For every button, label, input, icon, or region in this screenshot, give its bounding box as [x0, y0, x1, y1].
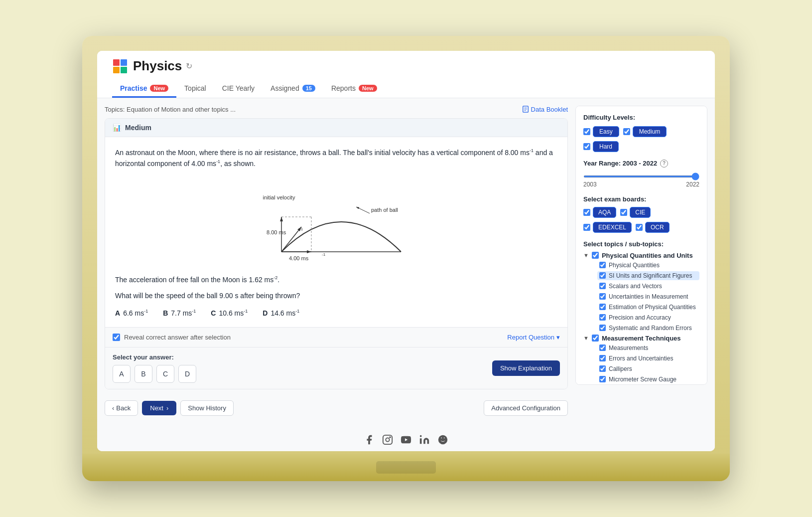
reveal-label[interactable]: Reveal correct answer after selection	[113, 334, 231, 341]
cie-checkbox[interactable]	[620, 209, 627, 216]
svg-text:-1: -1	[299, 227, 303, 231]
topic-parent-1[interactable]: ▼ Physical Quantities and Units	[583, 252, 699, 259]
booklet-icon	[522, 106, 529, 113]
cb-micrometer[interactable]	[599, 376, 606, 382]
option-c: C 10.6 ms-1	[211, 309, 248, 317]
trackpad	[376, 461, 436, 474]
board-edexcel[interactable]: EDEXCEL	[583, 222, 632, 233]
sub-text-2: What will be the speed of the ball 9.00 …	[115, 290, 557, 301]
year-range-slider[interactable]	[583, 175, 699, 177]
subtopic-physical-quantities: Physical Quantities	[599, 261, 699, 270]
question-text: An astronaut on the Moon, where there is…	[115, 147, 557, 170]
subtopic-label: SI Units and Significant Figures	[609, 272, 692, 279]
cb-physical-quantities[interactable]	[599, 262, 606, 268]
svg-rect-22	[383, 435, 392, 444]
tab-assigned[interactable]: Assigned 15	[263, 80, 323, 98]
cb-errors[interactable]	[599, 355, 606, 361]
tab-practise[interactable]: Practise New	[112, 80, 176, 98]
board-ocr[interactable]: OCR	[636, 222, 670, 233]
show-history-button[interactable]: Show History	[180, 400, 234, 416]
facebook-icon[interactable]	[364, 434, 375, 445]
difficulty-title: Difficulty Levels:	[583, 114, 699, 121]
reveal-checkbox[interactable]	[113, 334, 120, 341]
question-card: 📊 Medium An astronaut on the Moon, where…	[105, 118, 568, 389]
page-title: Physics	[133, 58, 182, 74]
cb-precision[interactable]	[599, 314, 606, 321]
subtopic-label: Micrometer Screw Gauge	[609, 376, 677, 383]
medium-checkbox[interactable]	[623, 128, 630, 135]
exam-boards-row: AQA CIE EDEXCEL	[583, 207, 699, 233]
answer-btn-a[interactable]: A	[113, 365, 131, 383]
option-a: A 6.6 ms-1	[115, 309, 148, 317]
answer-buttons-group: A B C D	[113, 365, 196, 383]
board-aqa[interactable]: AQA	[583, 207, 616, 218]
edexcel-checkbox[interactable]	[583, 224, 590, 231]
assigned-badge: 15	[302, 85, 315, 92]
cie-label: CIE	[630, 207, 651, 218]
subtopic-precision: Precision and Accuracy	[599, 313, 699, 322]
difficulty-medium[interactable]: Medium	[623, 126, 667, 137]
footer-social	[97, 428, 715, 451]
data-booklet-link[interactable]: Data Booklet	[522, 106, 568, 113]
svg-rect-3	[121, 67, 127, 73]
subtopic-errors: Errors and Uncertainties	[599, 354, 699, 363]
toggle-1[interactable]: ▼	[583, 252, 589, 258]
difficulty-easy[interactable]: Easy	[583, 126, 619, 137]
cb-callipers[interactable]	[599, 365, 606, 372]
toggle-2[interactable]: ▼	[583, 335, 589, 341]
topics-section-title: Select topics / sub-topics:	[583, 240, 699, 248]
subtopic-uncertainties: Uncertainties in Measurement	[599, 292, 699, 301]
instagram-icon[interactable]	[382, 434, 393, 445]
svg-rect-2	[113, 67, 120, 73]
svg-text:initial velocity: initial velocity	[263, 194, 295, 200]
back-button[interactable]: ‹ Back	[105, 400, 138, 416]
youtube-icon[interactable]	[401, 434, 411, 445]
cb-systematic[interactable]	[599, 325, 606, 331]
subtopic-label: Uncertainties in Measurement	[609, 293, 688, 300]
medium-label: Medium	[633, 126, 667, 137]
topic-1-checkbox[interactable]	[592, 252, 599, 259]
year-range-help[interactable]: ?	[660, 160, 668, 168]
answer-btn-c[interactable]: C	[156, 365, 174, 383]
hard-checkbox[interactable]	[583, 143, 590, 150]
subtopic-label: Systematic and Random Errors	[609, 325, 692, 332]
practise-badge: New	[150, 85, 168, 92]
ocr-label: OCR	[645, 222, 670, 233]
cb-si-units[interactable]	[599, 272, 606, 279]
difficulty-row: Easy Medium Hard	[583, 126, 699, 152]
aqa-checkbox[interactable]	[583, 209, 590, 216]
answer-options-display: A 6.6 ms-1 B 7.7 ms-1 C 10.6 ms-1	[115, 309, 557, 317]
subtopic-scalars: Scalars and Vectors	[599, 282, 699, 291]
subtopic-estimation: Estimation of Physical Quantities	[599, 303, 699, 312]
ocr-checkbox[interactable]	[636, 224, 643, 231]
option-b: B 7.7 ms-1	[163, 309, 196, 317]
subtopic-label: Errors and Uncertainties	[609, 355, 673, 362]
tab-topical[interactable]: Topical	[176, 80, 214, 98]
tab-cie-yearly[interactable]: CIE Yearly	[214, 80, 263, 98]
easy-checkbox[interactable]	[583, 128, 590, 135]
topic-2-checkbox[interactable]	[592, 335, 599, 342]
show-explanation-button[interactable]: Show Explanation	[492, 360, 560, 376]
refresh-icon[interactable]: ↻	[186, 61, 192, 71]
advanced-config-button[interactable]: Advanced Configuration	[484, 400, 568, 416]
subtopic-measurements: Measurements	[599, 344, 699, 352]
reddit-icon[interactable]	[437, 434, 448, 445]
difficulty-hard[interactable]: Hard	[583, 141, 619, 152]
board-cie[interactable]: CIE	[620, 207, 651, 218]
cb-estimation[interactable]	[599, 304, 606, 310]
hard-label: Hard	[593, 141, 619, 152]
report-question-link[interactable]: Report Question ▾	[507, 334, 560, 341]
cb-measurements[interactable]	[599, 345, 606, 351]
linkedin-icon[interactable]	[419, 434, 430, 445]
svg-rect-0	[113, 59, 120, 66]
answer-btn-b[interactable]: B	[135, 365, 152, 383]
next-button[interactable]: Next ›	[142, 401, 176, 415]
select-answer-section: Select your answer: A B C D Show Explana…	[105, 347, 567, 389]
cb-uncertainties[interactable]	[599, 293, 606, 300]
tab-reports[interactable]: Reports New	[323, 80, 385, 98]
answer-btn-d[interactable]: D	[178, 365, 196, 383]
subtopic-label: Measurements	[609, 345, 648, 351]
topic-parent-2[interactable]: ▼ Measurement Techniques	[583, 335, 699, 342]
cb-scalars[interactable]	[599, 283, 606, 289]
topic-2-children: Measurements Errors and Uncertainties Ca…	[583, 344, 699, 385]
